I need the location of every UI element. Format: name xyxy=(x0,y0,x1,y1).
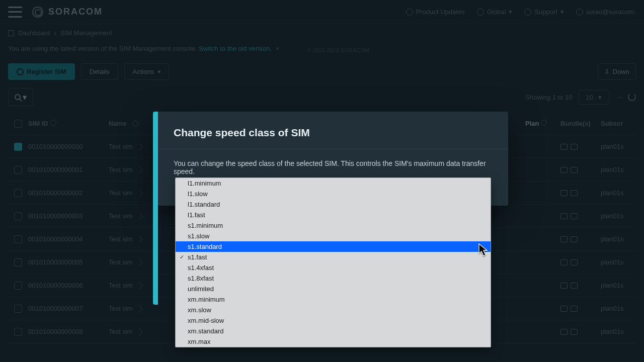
modal-header: Change speed class of SIM xyxy=(153,112,508,149)
speed-option[interactable]: s1.4xfast xyxy=(176,262,491,273)
speed-option[interactable]: xm.max xyxy=(176,336,491,347)
speed-option[interactable]: l1.minimum xyxy=(176,178,491,189)
speed-option[interactable]: xm.standard xyxy=(176,326,491,336)
speed-option[interactable]: s1.standard xyxy=(176,241,491,252)
speed-option[interactable]: xm.mid-slow xyxy=(176,315,491,326)
modal-accent xyxy=(153,112,158,305)
speed-option[interactable]: s1.minimum xyxy=(176,220,491,231)
speed-option[interactable]: s1.fast xyxy=(176,252,491,262)
speed-option[interactable]: l1.standard xyxy=(176,199,491,210)
speed-option[interactable]: xm.minimum xyxy=(176,294,491,305)
modal-title: Change speed class of SIM xyxy=(174,127,488,139)
speed-option[interactable]: xm.slow xyxy=(176,305,491,315)
speed-option[interactable]: l1.slow xyxy=(176,189,491,199)
speed-class-dropdown[interactable]: l1.minimuml1.slowl1.standardl1.fasts1.mi… xyxy=(175,177,491,347)
speed-option[interactable]: s1.8xfast xyxy=(176,273,491,284)
modal-description: You can change the speed class of the se… xyxy=(174,159,488,175)
speed-option[interactable]: unlimited xyxy=(176,284,491,294)
speed-option[interactable]: l1.fast xyxy=(176,210,491,220)
speed-option[interactable]: s1.slow xyxy=(176,231,491,241)
